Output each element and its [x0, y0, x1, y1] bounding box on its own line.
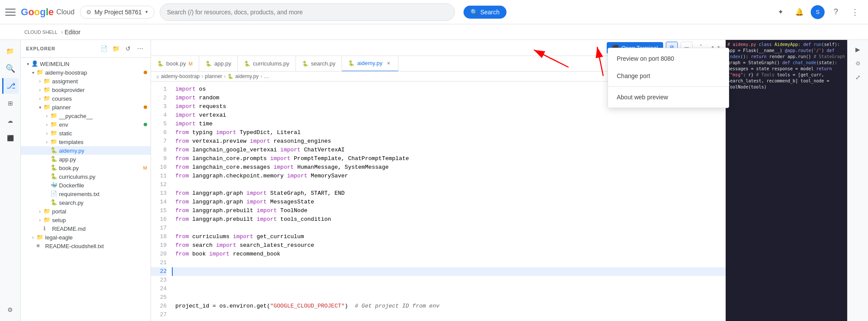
tree-item-curriculums-py[interactable]: 🐍 curriculums.py — [21, 172, 151, 181]
editor-title: Editor — [65, 29, 81, 36]
tree-item-dockerfile[interactable]: 🐳 Dockerfile — [21, 181, 151, 190]
tree-item-static[interactable]: › 📁 static — [21, 129, 151, 138]
preview-panel: # aidemy.py class AidemyApp: def run(sel… — [726, 40, 847, 321]
tab-app-py[interactable]: 🐍 app.py — [199, 56, 238, 72]
line-numbers: 1234567891011121314151617181920212223242… — [151, 82, 172, 321]
google-logo-text: Google — [21, 7, 54, 18]
tree-root-weimeilin[interactable]: ▾ 👤 WEIMEILIN — [21, 59, 151, 68]
tab-book-py[interactable]: 🐍 book.py M — [151, 56, 199, 72]
tab-aidemy-py[interactable]: 🐍 aidemy.py × — [342, 56, 398, 72]
tree-item-templates[interactable]: › 📁 templates — [21, 138, 151, 146]
more-options-icon[interactable]: ⋯ — [135, 43, 145, 54]
tab-search-py[interactable]: 🐍 search.py — [296, 56, 342, 72]
top-bar: Google Cloud ⊙ My Project 58761 ▾ 🔍 Sear… — [0, 0, 868, 24]
run-icon[interactable]: ▶ — [851, 43, 865, 56]
breadcrumb-icon: ⌂ — [156, 74, 159, 79]
breadcrumb-aidemy-boostrap[interactable]: aidemy-boostrap — [161, 73, 200, 79]
tab-curriculums-py[interactable]: 🐍 curriculums.py — [238, 56, 296, 72]
new-folder-icon[interactable]: 📁 — [111, 43, 121, 54]
notifications-icon[interactable]: 🔔 — [792, 4, 807, 20]
refresh-icon[interactable]: ↺ — [123, 43, 133, 54]
env-badge — [144, 123, 147, 126]
left-icon-bar: 📁 🔍 ⎇ ⊞ ☁ ⬛ ⚙ — [0, 40, 21, 321]
extensions-icon[interactable]: ⊞ — [3, 95, 18, 111]
maximize-editor-icon[interactable]: ⤢ — [851, 71, 865, 83]
dropdown-menu: Preview on port 8080 Change port About w… — [608, 48, 729, 108]
breadcrumb-file-icon: 🐍 — [227, 74, 233, 79]
aidemy-boostrap-badge — [144, 71, 147, 74]
sidebar-header: EXPLORER 📄 📁 ↺ ⋯ — [21, 40, 151, 58]
tree-item-env[interactable]: › 📁 env — [21, 120, 151, 129]
tree-item-aidemy-boostrap[interactable]: ▾ 📁 aidemy-boostrap — [21, 68, 151, 77]
change-port-item[interactable]: Change port — [608, 67, 729, 85]
tree-item-search-py[interactable]: 🐍 search.py — [21, 198, 151, 207]
breadcrumb-ellipsis[interactable]: … — [264, 73, 269, 79]
search-input[interactable] — [167, 9, 447, 16]
search-bar[interactable] — [160, 3, 455, 21]
tree-item-pycache[interactable]: › 📁 __pycache__ — [21, 111, 151, 120]
tree-item-planner[interactable]: ▾ 📁 planner — [21, 103, 151, 111]
sidebar: EXPLORER 📄 📁 ↺ ⋯ ▾ 👤 WEIMEILIN ▾ 📁 aidem… — [21, 40, 151, 321]
tree-item-readme-md[interactable]: ℹ README.md — [21, 224, 151, 233]
debug-icon[interactable]: ⛭ — [851, 57, 865, 69]
google-cloud-logo: Google Cloud — [21, 7, 75, 18]
source-control-icon[interactable]: ⎇ — [2, 78, 19, 94]
dropdown-divider — [608, 86, 729, 87]
tab-close-button[interactable]: × — [385, 60, 392, 67]
project-selector[interactable]: ⊙ My Project 58761 ▾ — [80, 6, 155, 19]
right-action-bar: ▶ ⛭ ⤢ — [847, 40, 868, 321]
cloud-shell-label: CLOUD SHELL — [24, 29, 57, 35]
preview-content: # aidemy.py class AidemyApp: def run(sel… — [726, 40, 847, 321]
tree-item-legal-eagle[interactable]: › 📁 legal-eagle — [21, 233, 151, 242]
breadcrumb-planner[interactable]: planner — [205, 73, 222, 79]
tree-item-app-py[interactable]: 🐍 app.py — [21, 155, 151, 164]
breadcrumb-aidemy-py[interactable]: aidemy.py — [235, 73, 259, 79]
tree-item-requirements-txt[interactable]: 📄 requirements.txt — [21, 190, 151, 198]
search-files-icon[interactable]: 🔍 — [3, 61, 18, 76]
tree-item-readme-cloudshell[interactable]: ≡ README-cloudshell.txt — [21, 242, 151, 250]
settings-gear-icon[interactable]: ⚙ — [3, 302, 18, 318]
cloud-icon[interactable]: ☁ — [3, 113, 18, 128]
tree-item-portal[interactable]: › 📁 portal — [21, 207, 151, 216]
code-content[interactable]: import osimport randomimport requestsimp… — [172, 82, 726, 321]
menu-icon[interactable] — [5, 7, 16, 17]
tree-item-assigment[interactable]: › 📁 assigment — [21, 77, 151, 85]
top-right-actions: ✦ 🔔 S ? ⋮ — [773, 4, 863, 20]
search-icon: 🔍 — [470, 9, 478, 16]
python-file-icon: 🐍 — [157, 61, 164, 67]
preview-port-8080-item[interactable]: Preview on port 8080 — [608, 50, 729, 67]
explorer-title: EXPLORER — [26, 46, 56, 51]
tree-item-courses[interactable]: › 📁 courses — [21, 94, 151, 103]
book-py-badge: M — [143, 165, 151, 170]
book-py-tab-badge: M — [189, 61, 193, 66]
main-layout: 📁 🔍 ⎇ ⊞ ☁ ⬛ ⚙ EXPLORER 📄 📁 ↺ ⋯ ▾ 👤 WEIME… — [0, 40, 868, 321]
code-editor[interactable]: 1234567891011121314151617181920212223242… — [151, 82, 726, 321]
terminal-icon[interactable]: ⬛ — [3, 130, 18, 146]
settings-icon[interactable]: ⋮ — [847, 4, 863, 20]
planner-badge — [144, 105, 147, 109]
sidebar-actions: 📄 📁 ↺ ⋯ — [99, 43, 145, 54]
search-button[interactable]: 🔍 Search — [464, 6, 506, 19]
root-label: WEIMEILIN — [40, 61, 151, 67]
about-web-preview-item[interactable]: About web preview — [608, 88, 729, 106]
new-file-icon[interactable]: 📄 — [99, 43, 109, 54]
tree-item-aidemy-py[interactable]: 🐍 aidemy.py — [21, 146, 151, 155]
tree-item-bookprovider[interactable]: › 📁 bookprovider — [21, 85, 151, 94]
avatar[interactable]: S — [811, 5, 825, 19]
cloud-text: Cloud — [56, 8, 75, 16]
help-icon[interactable]: ? — [828, 4, 844, 20]
chevron-down-icon: ▾ — [24, 60, 31, 67]
project-label: My Project 58761 — [95, 9, 142, 16]
templates-label: templates — [59, 139, 151, 145]
file-tree: ▾ 👤 WEIMEILIN ▾ 📁 aidemy-boostrap › 📁 as… — [21, 58, 151, 321]
second-bar: CLOUD SHELL › Editor — [0, 24, 868, 40]
tree-item-book-py[interactable]: 🐍 book.py M — [21, 164, 151, 172]
explorer-icon[interactable]: 📁 — [3, 43, 18, 59]
tree-item-setup[interactable]: › 📁 setup — [21, 216, 151, 224]
star-icon[interactable]: ✦ — [773, 4, 788, 20]
